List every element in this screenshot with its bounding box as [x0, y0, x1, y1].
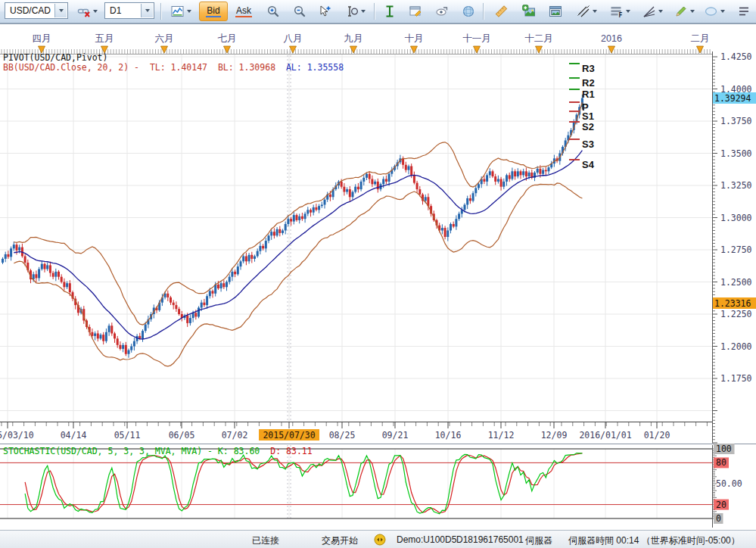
candle-body — [178, 309, 180, 314]
ruler-button[interactable] — [489, 2, 513, 21]
candle-body — [38, 269, 40, 279]
vertical-ruler-button[interactable] — [378, 2, 401, 21]
candle-body — [506, 175, 508, 182]
candle-body — [122, 345, 124, 349]
fibonacci-dropdown-arrow[interactable] — [593, 10, 597, 13]
candle-body — [458, 213, 460, 219]
oscillator-tick-label: 80 — [716, 457, 726, 468]
bollinger-middle-line — [14, 151, 582, 339]
candle-body — [321, 205, 323, 207]
unlink-dropdown-arrow[interactable] — [93, 10, 98, 13]
candle-body — [453, 224, 455, 226]
candle-body — [189, 318, 191, 323]
candle-body — [142, 331, 144, 338]
candle-body — [94, 334, 96, 336]
ellipse-button[interactable] — [698, 2, 731, 21]
candle-body — [450, 224, 452, 231]
candle-body — [102, 335, 104, 341]
add-image-icon — [522, 5, 536, 18]
pencil-button[interactable] — [669, 2, 699, 21]
current-bid-price-badge: 1.39294 — [713, 92, 756, 104]
candle-body — [349, 189, 351, 197]
globe-button[interactable] — [457, 2, 480, 21]
candle-body — [542, 170, 544, 174]
candle-body — [175, 305, 177, 309]
candle-body — [44, 264, 46, 269]
candle-body — [54, 272, 57, 277]
price-tick-label: 1.2250 — [720, 309, 752, 319]
candle-body — [262, 246, 264, 248]
price-tick-label: 1.3750 — [720, 116, 752, 126]
candle-body — [418, 189, 421, 195]
candle-body — [105, 332, 107, 341]
candle-body — [242, 257, 244, 262]
period-combobox[interactable]: D1 — [104, 2, 154, 19]
candle-body — [234, 272, 236, 274]
date-label: 04/14 — [61, 430, 87, 441]
fan-lines-dropdown-arrow[interactable] — [658, 10, 663, 13]
fibo-levels-dropdown-arrow[interactable] — [626, 10, 630, 13]
edit-window-button[interactable] — [404, 2, 427, 21]
candle-body — [539, 169, 541, 174]
candle-body — [455, 219, 457, 226]
line-list-icon — [737, 5, 751, 18]
ask-button[interactable]: Ask — [229, 2, 258, 21]
line-list-button[interactable] — [734, 2, 754, 21]
ellipse-icon — [704, 5, 718, 18]
candle-body — [537, 169, 539, 173]
candle-body — [203, 303, 205, 305]
ask-button-label: Ask — [235, 5, 252, 17]
pivot-label: R3 — [582, 63, 595, 74]
candle-body — [46, 265, 48, 269]
eye-button[interactable] — [431, 2, 453, 21]
period-combo-arrow[interactable] — [141, 4, 153, 17]
fan-lines-button[interactable] — [637, 2, 667, 21]
month-label: 十月 — [405, 33, 424, 44]
zoom-range-dropdown-arrow[interactable] — [361, 10, 366, 13]
symbol-combo-arrow[interactable] — [54, 4, 67, 17]
candle-body — [130, 347, 132, 350]
chart-type-dropdown-arrow[interactable] — [187, 10, 191, 13]
add-image-button[interactable] — [518, 2, 540, 21]
unlink-button[interactable] — [73, 2, 101, 21]
chart-type-button[interactable] — [165, 2, 197, 21]
connection-status: 已连接 — [252, 534, 279, 547]
ellipse-dropdown-arrow[interactable] — [720, 10, 725, 13]
month-label: 八月 — [284, 33, 303, 44]
candle-body — [492, 171, 494, 176]
candle-body — [259, 246, 261, 251]
candle-body — [145, 325, 147, 332]
candle-body — [287, 219, 289, 224]
globe-icon — [462, 5, 475, 18]
fibo-levels-button[interactable]: F — [603, 2, 636, 21]
candle-body — [212, 291, 214, 293]
fibonacci-button[interactable] — [571, 2, 602, 21]
candle-body — [245, 257, 247, 262]
candle-body — [494, 176, 496, 182]
pointer-add-icon — [318, 5, 331, 18]
date-label: 01/20 — [644, 430, 670, 441]
zoom-in-icon — [266, 5, 280, 18]
candle-body — [369, 174, 371, 179]
image-window-button[interactable] — [544, 2, 567, 21]
pivot-label: S4 — [582, 159, 595, 170]
date-label: 10/16 — [435, 430, 462, 441]
zoom-out-button[interactable] — [288, 2, 311, 21]
fibonacci-icon — [577, 5, 590, 18]
month-label: 六月 — [155, 33, 174, 44]
candle-body — [52, 273, 54, 277]
trading-station-window: { "toolbar": { "symbol_value": "USD/CAD"… — [0, 0, 756, 548]
symbol-combobox[interactable]: USD/CAD — [5, 2, 68, 19]
candle-body — [385, 179, 387, 182]
candle-body — [2, 259, 4, 263]
month-marker — [474, 46, 481, 53]
candle-body — [240, 261, 242, 266]
pencil-dropdown-arrow[interactable] — [690, 10, 695, 13]
zoom-range-button[interactable] — [339, 2, 371, 21]
pointer-add-button[interactable] — [313, 2, 336, 21]
candle-body — [545, 170, 547, 172]
bid-button[interactable]: Bid — [199, 2, 228, 21]
marked-price-badge: 1.23316 — [713, 297, 756, 309]
zoom-in-button[interactable] — [262, 2, 285, 21]
candle-body — [268, 235, 270, 241]
